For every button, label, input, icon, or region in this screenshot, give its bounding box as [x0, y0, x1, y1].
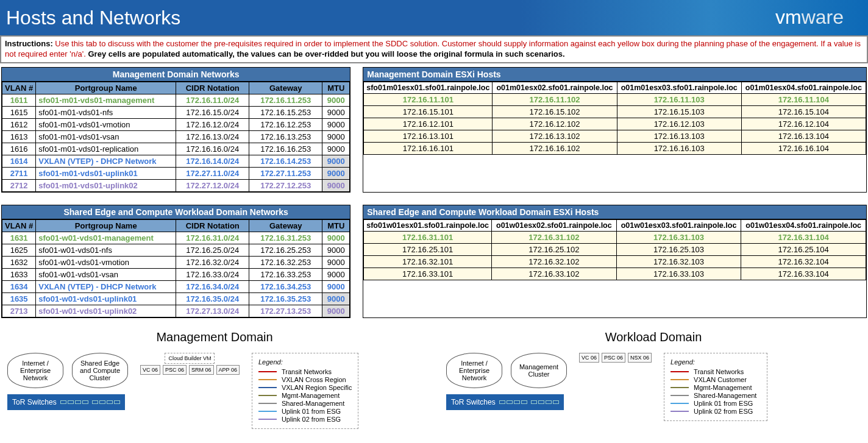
cell[interactable]: sfo01-m01-vds01-uplink02	[36, 179, 176, 191]
cell[interactable]: 172.16.32.103	[616, 255, 741, 268]
cell[interactable]: 9000	[322, 305, 350, 317]
cell[interactable]: 9000	[322, 232, 350, 244]
cell[interactable]: sfo01-w01-vds01-vsan	[36, 268, 176, 280]
cell[interactable]: 9000	[322, 256, 350, 268]
cell[interactable]: 1612	[2, 118, 36, 130]
cell[interactable]: sfo01-m01-vds01-vsan	[36, 130, 176, 143]
cell[interactable]: 1635	[2, 292, 36, 305]
cell[interactable]: 172.16.25.102	[492, 243, 617, 255]
cell[interactable]: 172.16.33.253	[249, 268, 322, 280]
table-row[interactable]: 172.16.32.101172.16.32.102172.16.32.1031…	[364, 255, 866, 268]
cell[interactable]: 172.16.32.101	[364, 255, 492, 268]
table-row[interactable]: 1612sfo01-m01-vds01-vmotion172.16.12.0/2…	[2, 118, 350, 130]
cell[interactable]: 1614	[2, 155, 36, 167]
cell[interactable]: 1634	[2, 280, 36, 292]
cell[interactable]: 172.16.11.0/24	[176, 94, 249, 106]
cell[interactable]: 172.27.12.253	[249, 179, 322, 191]
table-row[interactable]: 1615sfo01-m01-vds01-nfs172.16.15.0/24172…	[2, 106, 350, 118]
cell[interactable]: 172.16.16.104	[741, 142, 866, 154]
cell[interactable]: 172.16.13.0/24	[176, 130, 249, 143]
cell[interactable]: 172.16.15.0/24	[176, 106, 249, 118]
cell[interactable]: sfo01-m01-vds01-vmotion	[36, 118, 176, 130]
cell[interactable]: 172.16.33.101	[364, 268, 492, 280]
cell[interactable]: 172.16.34.0/24	[176, 280, 249, 292]
table-row[interactable]: 172.16.12.101172.16.12.102172.16.12.1031…	[364, 118, 866, 130]
cell[interactable]: 172.16.14.0/24	[176, 155, 249, 167]
table-row[interactable]: 172.16.33.101172.16.33.102172.16.33.1031…	[364, 268, 866, 280]
cell[interactable]: 172.16.14.253	[249, 155, 322, 167]
cell[interactable]: 1633	[2, 268, 36, 280]
cell[interactable]: sfo01-w01-vds01-uplink01	[36, 292, 176, 305]
table-row[interactable]: 172.16.13.101172.16.13.102172.16.13.1031…	[364, 130, 866, 142]
cell[interactable]: 172.16.16.103	[617, 142, 741, 154]
cell[interactable]: VXLAN (VTEP) - DHCP Network	[36, 155, 176, 167]
cell[interactable]: 172.16.15.101	[364, 105, 493, 118]
table-row[interactable]: 2712sfo01-m01-vds01-uplink02172.27.12.0/…	[2, 179, 350, 191]
cell[interactable]: 172.16.25.253	[249, 244, 322, 256]
cell[interactable]: 172.16.13.253	[249, 130, 322, 143]
cell[interactable]: 172.16.11.103	[617, 93, 741, 105]
table-row[interactable]: 1611sfo01-m01-vds01-management172.16.11.…	[2, 94, 350, 106]
cell[interactable]: 9000	[322, 155, 350, 167]
table-row[interactable]: 1635sfo01-w01-vds01-uplink01172.16.35.0/…	[2, 292, 350, 305]
cell[interactable]: 172.16.12.101	[364, 118, 493, 130]
cell[interactable]: 172.16.13.104	[741, 130, 866, 142]
table-row[interactable]: 1633sfo01-w01-vds01-vsan172.16.33.0/2417…	[2, 268, 350, 280]
cell[interactable]: 172.16.15.103	[617, 105, 741, 118]
table-row[interactable]: 172.16.15.101172.16.15.102172.16.15.1031…	[364, 105, 866, 118]
table-row[interactable]: 172.16.31.101172.16.31.102172.16.31.1031…	[364, 231, 866, 243]
cell[interactable]: 9000	[322, 292, 350, 305]
cell[interactable]: 9000	[322, 280, 350, 292]
cell[interactable]: 172.16.16.101	[364, 142, 493, 154]
cell[interactable]: sfo01-m01-vds01-management	[36, 94, 176, 106]
cell[interactable]: 172.16.12.103	[617, 118, 741, 130]
cell[interactable]: 1613	[2, 130, 36, 143]
cell[interactable]: 9000	[322, 106, 350, 118]
cell[interactable]: 172.16.15.102	[493, 105, 617, 118]
cell[interactable]: 9000	[322, 244, 350, 256]
cell[interactable]: 172.16.33.104	[741, 268, 866, 280]
cell[interactable]: 172.16.15.253	[249, 106, 322, 118]
cell[interactable]: 1631	[2, 232, 36, 244]
table-row[interactable]: 1625sfo01-w01-vds01-nfs172.16.25.0/24172…	[2, 244, 350, 256]
cell[interactable]: 9000	[322, 268, 350, 280]
cell[interactable]: 172.16.13.102	[493, 130, 617, 142]
cell[interactable]: 172.16.11.101	[364, 93, 493, 105]
cell[interactable]: 2713	[2, 305, 36, 317]
cell[interactable]: 2712	[2, 179, 36, 191]
cell[interactable]: sfo01-w01-vds01-nfs	[36, 244, 176, 256]
cell[interactable]: sfo01-m01-vds01-replication	[36, 143, 176, 155]
cell[interactable]: 172.16.11.104	[741, 93, 866, 105]
cell[interactable]: 172.27.11.0/24	[176, 167, 249, 179]
cell[interactable]: 172.16.34.253	[249, 280, 322, 292]
cell[interactable]: 172.16.13.101	[364, 130, 493, 142]
cell[interactable]: 172.16.32.104	[741, 255, 866, 268]
cell[interactable]: 1611	[2, 94, 36, 106]
cell[interactable]: 172.16.32.253	[249, 256, 322, 268]
table-row[interactable]: 1614VXLAN (VTEP) - DHCP Network172.16.14…	[2, 155, 350, 167]
cell[interactable]: 9000	[322, 94, 350, 106]
cell[interactable]: 172.27.12.0/24	[176, 179, 249, 191]
cell[interactable]: 172.16.31.103	[616, 231, 741, 243]
cell[interactable]: 172.16.31.102	[492, 231, 617, 243]
table-row[interactable]: 2713sfo01-w01-vds01-uplink02172.27.13.0/…	[2, 305, 350, 317]
cell[interactable]: 172.16.15.104	[741, 105, 866, 118]
cell[interactable]: 172.16.13.103	[617, 130, 741, 142]
cell[interactable]: sfo01-m01-vds01-uplink01	[36, 167, 176, 179]
cell[interactable]: 172.16.11.102	[493, 93, 617, 105]
cell[interactable]: 172.16.12.253	[249, 118, 322, 130]
table-row[interactable]: 172.16.11.101172.16.11.102172.16.11.1031…	[364, 93, 866, 105]
cell[interactable]: 172.16.32.0/24	[176, 256, 249, 268]
cell[interactable]: 1615	[2, 106, 36, 118]
table-row[interactable]: 172.16.16.101172.16.16.102172.16.16.1031…	[364, 142, 866, 154]
cell[interactable]: 172.16.12.0/24	[176, 118, 249, 130]
cell[interactable]: sfo01-w01-vds01-uplink02	[36, 305, 176, 317]
cell[interactable]: 172.16.32.102	[492, 255, 617, 268]
cell[interactable]: 172.16.25.104	[741, 243, 866, 255]
cell[interactable]: 9000	[322, 179, 350, 191]
cell[interactable]: 172.16.25.103	[616, 243, 741, 255]
cell[interactable]: 172.16.31.0/24	[176, 232, 249, 244]
cell[interactable]: 172.16.12.102	[493, 118, 617, 130]
cell[interactable]: 172.16.33.103	[616, 268, 741, 280]
cell[interactable]: sfo01-w01-vds01-management	[36, 232, 176, 244]
